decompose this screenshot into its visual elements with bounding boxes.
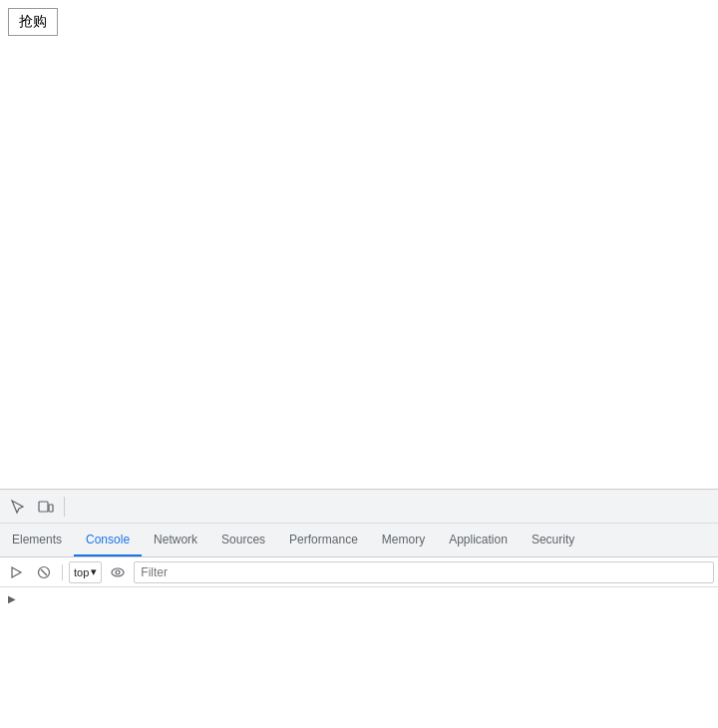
svg-point-6 (116, 570, 120, 574)
device-toggle-icon[interactable] (32, 493, 60, 521)
buy-button[interactable]: 抢购 (8, 8, 58, 36)
console-caret-row: ▶ (0, 591, 718, 606)
svg-line-4 (41, 569, 47, 575)
tab-security[interactable]: Security (520, 524, 586, 556)
caret-icon: ▶ (8, 593, 16, 604)
tab-application[interactable]: Application (437, 524, 520, 556)
devtools-tabs: Elements Console Network Sources Perform… (0, 524, 718, 557)
svg-point-5 (112, 568, 124, 576)
context-label: top (74, 566, 89, 578)
tab-performance[interactable]: Performance (277, 524, 370, 556)
svg-rect-0 (39, 502, 48, 512)
tab-elements[interactable]: Elements (0, 524, 74, 556)
tab-sources[interactable]: Sources (209, 524, 277, 556)
context-chevron: ▾ (91, 565, 97, 578)
run-script-icon[interactable] (4, 560, 28, 584)
console-content: ▶ (0, 587, 718, 728)
filter-input[interactable] (134, 561, 714, 583)
console-toolbar: top ▾ (0, 557, 718, 587)
context-selector[interactable]: top ▾ (69, 561, 102, 583)
tab-memory[interactable]: Memory (370, 524, 437, 556)
eye-filter-icon[interactable] (106, 560, 130, 584)
inspect-element-icon[interactable] (4, 493, 32, 521)
clear-console-icon[interactable] (32, 560, 56, 584)
page-content: 抢购 (0, 0, 718, 489)
devtools-toolbar (0, 490, 718, 524)
svg-marker-2 (12, 567, 21, 577)
tab-console[interactable]: Console (74, 524, 142, 556)
devtools-panel: Elements Console Network Sources Perform… (0, 489, 718, 728)
tab-network[interactable]: Network (142, 524, 209, 556)
svg-rect-1 (49, 505, 53, 512)
console-divider-1 (62, 564, 63, 580)
toolbar-divider (64, 497, 65, 517)
